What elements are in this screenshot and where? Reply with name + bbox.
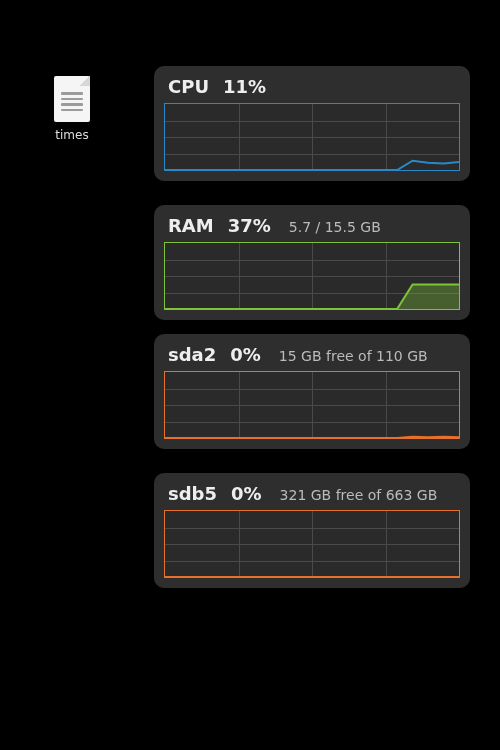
desktop-icon-times[interactable]: times bbox=[44, 76, 100, 142]
ram-percent: 37% bbox=[228, 215, 271, 236]
ram-detail: 5.7 / 15.5 GB bbox=[289, 219, 381, 235]
sdb5-percent: 0% bbox=[231, 483, 262, 504]
panel-sdb5: sdb5 0% 321 GB free of 663 GB bbox=[154, 473, 470, 588]
ram-title: RAM bbox=[168, 215, 214, 236]
panel-sda2: sda2 0% 15 GB free of 110 GB bbox=[154, 334, 470, 449]
ram-graph bbox=[164, 242, 460, 310]
file-icon bbox=[54, 76, 90, 122]
sda2-detail: 15 GB free of 110 GB bbox=[279, 348, 428, 364]
sdb5-detail: 321 GB free of 663 GB bbox=[280, 487, 438, 503]
desktop-icon-label: times bbox=[44, 128, 100, 142]
sda2-title: sda2 bbox=[168, 344, 216, 365]
monitor-panels: CPU 11% RAM 37% 5.7 / 15.5 GB sda2 0% 15… bbox=[154, 66, 470, 588]
sda2-percent: 0% bbox=[230, 344, 261, 365]
cpu-graph bbox=[164, 103, 460, 171]
cpu-percent: 11% bbox=[223, 76, 266, 97]
cpu-title: CPU bbox=[168, 76, 209, 97]
sdb5-title: sdb5 bbox=[168, 483, 217, 504]
sda2-graph bbox=[164, 371, 460, 439]
panel-cpu: CPU 11% bbox=[154, 66, 470, 181]
sdb5-graph bbox=[164, 510, 460, 578]
panel-ram: RAM 37% 5.7 / 15.5 GB bbox=[154, 205, 470, 320]
